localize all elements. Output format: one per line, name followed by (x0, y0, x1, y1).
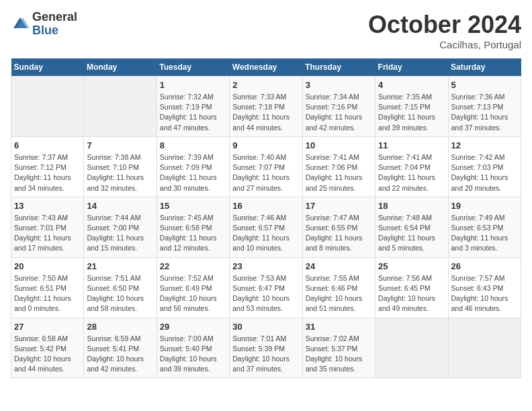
calendar-cell: 10Sunrise: 7:41 AM Sunset: 7:06 PM Dayli… (302, 136, 375, 197)
day-info: Sunrise: 7:55 AM Sunset: 6:46 PM Dayligh… (306, 273, 372, 314)
day-info: Sunrise: 7:44 AM Sunset: 7:00 PM Dayligh… (87, 213, 153, 254)
calendar-week-2: 6Sunrise: 7:37 AM Sunset: 7:12 PM Daylig… (11, 136, 521, 197)
calendar-cell: 28Sunrise: 6:59 AM Sunset: 5:41 PM Dayli… (84, 318, 157, 378)
calendar-cell: 26Sunrise: 7:57 AM Sunset: 6:43 PM Dayli… (448, 257, 521, 318)
day-number: 4 (378, 80, 445, 90)
logo-icon (11, 15, 30, 34)
calendar-cell (84, 77, 157, 137)
logo: General Blue (11, 11, 77, 38)
calendar-cell: 23Sunrise: 7:53 AM Sunset: 6:47 PM Dayli… (230, 257, 302, 318)
day-info: Sunrise: 6:58 AM Sunset: 5:42 PM Dayligh… (14, 334, 81, 375)
day-info: Sunrise: 7:50 AM Sunset: 6:51 PM Dayligh… (14, 273, 81, 314)
day-number: 31 (306, 322, 372, 332)
day-number: 5 (451, 80, 518, 90)
day-info: Sunrise: 7:56 AM Sunset: 6:45 PM Dayligh… (378, 273, 445, 314)
day-number: 30 (232, 322, 299, 332)
calendar-cell: 12Sunrise: 7:42 AM Sunset: 7:03 PM Dayli… (448, 136, 521, 197)
logo-text: General Blue (32, 11, 77, 38)
calendar-table: SundayMondayTuesdayWednesdayThursdayFrid… (11, 58, 521, 378)
calendar-cell: 13Sunrise: 7:43 AM Sunset: 7:01 PM Dayli… (11, 197, 84, 257)
day-info: Sunrise: 7:45 AM Sunset: 6:58 PM Dayligh… (160, 213, 226, 254)
title-block: October 2024 Cacilhas, Portugal (368, 11, 521, 50)
calendar-cell: 25Sunrise: 7:56 AM Sunset: 6:45 PM Dayli… (375, 257, 448, 318)
day-number: 6 (14, 140, 81, 150)
day-number: 29 (160, 322, 226, 332)
weekday-header-tuesday: Tuesday (157, 58, 229, 77)
location: Cacilhas, Portugal (368, 39, 521, 50)
calendar-cell: 6Sunrise: 7:37 AM Sunset: 7:12 PM Daylig… (11, 136, 84, 197)
day-number: 20 (14, 261, 81, 271)
day-info: Sunrise: 7:48 AM Sunset: 6:54 PM Dayligh… (378, 213, 445, 254)
day-info: Sunrise: 7:40 AM Sunset: 7:07 PM Dayligh… (232, 152, 299, 193)
month-title: October 2024 (368, 11, 521, 39)
calendar-cell: 24Sunrise: 7:55 AM Sunset: 6:46 PM Dayli… (302, 257, 375, 318)
day-info: Sunrise: 7:41 AM Sunset: 7:06 PM Dayligh… (306, 152, 372, 193)
day-info: Sunrise: 7:36 AM Sunset: 7:13 PM Dayligh… (451, 92, 518, 133)
weekday-header-row: SundayMondayTuesdayWednesdayThursdayFrid… (11, 58, 521, 77)
calendar-cell: 29Sunrise: 7:00 AM Sunset: 5:40 PM Dayli… (157, 318, 229, 378)
weekday-header-monday: Monday (84, 58, 157, 77)
day-number: 14 (87, 201, 153, 211)
day-number: 27 (14, 322, 81, 332)
calendar-cell: 15Sunrise: 7:45 AM Sunset: 6:58 PM Dayli… (157, 197, 229, 257)
calendar-cell: 4Sunrise: 7:35 AM Sunset: 7:15 PM Daylig… (375, 77, 448, 137)
day-number: 10 (306, 140, 372, 150)
calendar-cell: 16Sunrise: 7:46 AM Sunset: 6:57 PM Dayli… (230, 197, 302, 257)
day-info: Sunrise: 7:35 AM Sunset: 7:15 PM Dayligh… (378, 92, 445, 133)
day-info: Sunrise: 6:59 AM Sunset: 5:41 PM Dayligh… (87, 334, 153, 375)
day-info: Sunrise: 7:32 AM Sunset: 7:19 PM Dayligh… (160, 92, 226, 133)
calendar-cell: 21Sunrise: 7:51 AM Sunset: 6:50 PM Dayli… (84, 257, 157, 318)
day-info: Sunrise: 7:39 AM Sunset: 7:09 PM Dayligh… (160, 152, 226, 193)
logo-blue: Blue (32, 24, 77, 38)
day-number: 25 (378, 261, 445, 271)
day-info: Sunrise: 7:02 AM Sunset: 5:37 PM Dayligh… (306, 334, 372, 375)
day-info: Sunrise: 7:41 AM Sunset: 7:04 PM Dayligh… (378, 152, 445, 193)
day-info: Sunrise: 7:49 AM Sunset: 6:53 PM Dayligh… (451, 213, 518, 254)
day-info: Sunrise: 7:47 AM Sunset: 6:55 PM Dayligh… (306, 213, 372, 254)
day-number: 21 (87, 261, 153, 271)
weekday-header-sunday: Sunday (11, 58, 84, 77)
day-number: 26 (451, 261, 518, 271)
day-number: 23 (232, 261, 299, 271)
day-info: Sunrise: 7:01 AM Sunset: 5:39 PM Dayligh… (232, 334, 299, 375)
day-number: 8 (160, 140, 226, 150)
calendar-cell: 20Sunrise: 7:50 AM Sunset: 6:51 PM Dayli… (11, 257, 84, 318)
weekday-header-thursday: Thursday (302, 58, 375, 77)
day-number: 7 (87, 140, 153, 150)
day-number: 3 (306, 80, 372, 90)
calendar-cell: 9Sunrise: 7:40 AM Sunset: 7:07 PM Daylig… (230, 136, 302, 197)
day-info: Sunrise: 7:53 AM Sunset: 6:47 PM Dayligh… (232, 273, 299, 314)
calendar-cell: 19Sunrise: 7:49 AM Sunset: 6:53 PM Dayli… (448, 197, 521, 257)
calendar-cell: 17Sunrise: 7:47 AM Sunset: 6:55 PM Dayli… (302, 197, 375, 257)
day-info: Sunrise: 7:57 AM Sunset: 6:43 PM Dayligh… (451, 273, 518, 314)
day-number: 15 (160, 201, 226, 211)
calendar-cell: 2Sunrise: 7:33 AM Sunset: 7:18 PM Daylig… (230, 77, 302, 137)
calendar-cell: 8Sunrise: 7:39 AM Sunset: 7:09 PM Daylig… (157, 136, 229, 197)
calendar-cell: 30Sunrise: 7:01 AM Sunset: 5:39 PM Dayli… (230, 318, 302, 378)
day-number: 17 (306, 201, 372, 211)
page-header: General Blue October 2024 Cacilhas, Port… (11, 11, 521, 50)
calendar-cell: 18Sunrise: 7:48 AM Sunset: 6:54 PM Dayli… (375, 197, 448, 257)
calendar-cell: 3Sunrise: 7:34 AM Sunset: 7:16 PM Daylig… (302, 77, 375, 137)
calendar-cell (11, 77, 84, 137)
day-info: Sunrise: 7:38 AM Sunset: 7:10 PM Dayligh… (87, 152, 153, 193)
calendar-cell: 11Sunrise: 7:41 AM Sunset: 7:04 PM Dayli… (375, 136, 448, 197)
logo-general: General (32, 11, 77, 24)
day-number: 19 (451, 201, 518, 211)
day-info: Sunrise: 7:43 AM Sunset: 7:01 PM Dayligh… (14, 213, 81, 254)
day-info: Sunrise: 7:52 AM Sunset: 6:49 PM Dayligh… (160, 273, 226, 314)
day-number: 28 (87, 322, 153, 332)
day-info: Sunrise: 7:00 AM Sunset: 5:40 PM Dayligh… (160, 334, 226, 375)
calendar-cell: 5Sunrise: 7:36 AM Sunset: 7:13 PM Daylig… (448, 77, 521, 137)
day-info: Sunrise: 7:51 AM Sunset: 6:50 PM Dayligh… (87, 273, 153, 314)
day-number: 18 (378, 201, 445, 211)
weekday-header-wednesday: Wednesday (230, 58, 302, 77)
calendar-week-5: 27Sunrise: 6:58 AM Sunset: 5:42 PM Dayli… (11, 318, 521, 378)
calendar-week-4: 20Sunrise: 7:50 AM Sunset: 6:51 PM Dayli… (11, 257, 521, 318)
day-info: Sunrise: 7:42 AM Sunset: 7:03 PM Dayligh… (451, 152, 518, 193)
calendar-cell: 31Sunrise: 7:02 AM Sunset: 5:37 PM Dayli… (302, 318, 375, 378)
weekday-header-friday: Friday (375, 58, 448, 77)
day-number: 16 (232, 201, 299, 211)
day-info: Sunrise: 7:37 AM Sunset: 7:12 PM Dayligh… (14, 152, 81, 193)
calendar-cell: 27Sunrise: 6:58 AM Sunset: 5:42 PM Dayli… (11, 318, 84, 378)
